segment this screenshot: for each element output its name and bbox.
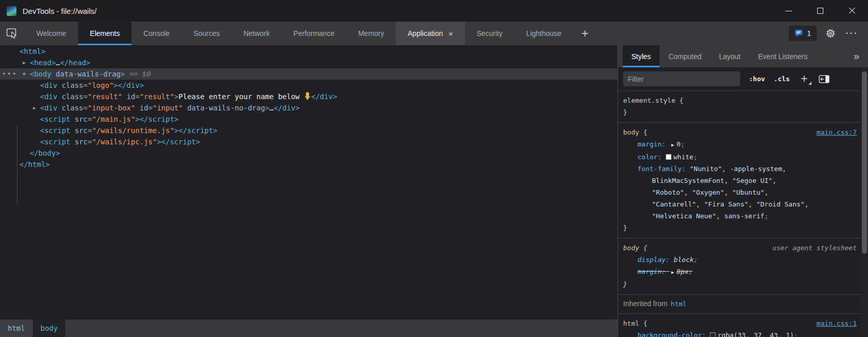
- styles-toolbar: :hov .cls +: [618, 67, 868, 91]
- rule-selector-wrap: body {: [623, 126, 647, 138]
- stylesheet-link[interactable]: main.css:7: [817, 126, 857, 138]
- css-declaration[interactable]: display: block;: [623, 254, 861, 266]
- expand-arrow-icon[interactable]: ▶: [21, 57, 27, 68]
- inherited-tag-link[interactable]: html: [670, 300, 686, 308]
- styles-scrollbar[interactable]: [861, 67, 868, 337]
- expand-arrow-icon[interactable]: ▶: [31, 102, 37, 114]
- declaration-name-wrap: font-family:: [638, 165, 690, 173]
- tab-label: Elements: [90, 29, 120, 38]
- element-classes-button[interactable]: .cls: [774, 75, 789, 83]
- sidebar-tab-styles[interactable]: Styles: [623, 45, 660, 67]
- colon: :: [662, 140, 670, 148]
- expand-shorthand-icon[interactable]: ▶: [671, 139, 674, 151]
- more-tabs-icon[interactable]: »: [845, 45, 868, 67]
- inherited-from-header: Inherited fromhtml: [618, 295, 861, 314]
- expand-arrow-icon[interactable]: ▼: [21, 68, 27, 80]
- dom-tree-row[interactable]: <script src="/wails/ipc.js"></script>: [0, 136, 618, 147]
- tab-application[interactable]: Application×: [396, 22, 465, 45]
- css-declaration[interactable]: font-family: "Nunito", -apple-system, Bl…: [623, 163, 861, 222]
- activity-badge-button[interactable]: 1: [789, 26, 817, 41]
- breadcrumb-item-body[interactable]: body: [33, 320, 66, 337]
- styles-filter-input[interactable]: [623, 71, 740, 86]
- color-swatch[interactable]: [666, 154, 671, 160]
- dom-tree-row[interactable]: <div class="logo"></div>: [0, 80, 618, 91]
- syntax-token: >: [157, 138, 161, 146]
- rule-selector[interactable]: body: [623, 128, 639, 136]
- sidebar-tab-layout[interactable]: Layout: [710, 45, 749, 67]
- syntax-token: [57, 92, 62, 101]
- toggle-element-state-button[interactable]: :hov: [749, 75, 765, 83]
- syntax-token: id: [127, 92, 136, 101]
- dom-tree-row[interactable]: •••▼<body data-wails-drag> == $0: [0, 68, 618, 80]
- settings-button[interactable]: [823, 26, 838, 41]
- sidebar-tab-label: Styles: [631, 52, 651, 61]
- tab-performance[interactable]: Performance: [282, 22, 346, 45]
- tab-memory[interactable]: Memory: [346, 22, 396, 45]
- style-rule-html: html {main.css:1background-color: rgba(3…: [618, 314, 861, 337]
- color-swatch[interactable]: [710, 332, 716, 337]
- minimize-button[interactable]: [773, 0, 804, 22]
- syntax-token: =: [148, 104, 152, 112]
- dom-tree-row[interactable]: <div class="result" id="result">Please e…: [0, 91, 618, 102]
- tab-console[interactable]: Console: [131, 22, 181, 45]
- syntax-token: <body: [30, 70, 51, 78]
- toggle-sidebar-icon[interactable]: [819, 75, 830, 83]
- breadcrumb-item-html[interactable]: html: [0, 320, 33, 337]
- new-style-rule-button[interactable]: +: [799, 73, 810, 85]
- maximize-button[interactable]: [804, 0, 836, 22]
- syntax-token: =: [88, 115, 92, 123]
- css-declaration[interactable]: background-color: rgba(33, 37, 43, 1);: [623, 329, 861, 337]
- inherited-from-label: Inherited from: [623, 299, 667, 308]
- stylesheet-link[interactable]: main.css:1: [817, 317, 857, 329]
- tab-network[interactable]: Network: [232, 22, 281, 45]
- breadcrumb: htmlbody: [0, 320, 618, 337]
- tab-welcome[interactable]: Welcome: [25, 22, 78, 45]
- dom-tree-row[interactable]: </body>: [0, 147, 618, 159]
- customize-devtools-button[interactable]: ···: [844, 26, 860, 41]
- rule-selector[interactable]: element.style: [623, 97, 676, 104]
- colon: :: [658, 153, 666, 161]
- dom-tree-row[interactable]: <script src="/main.js"></script>: [0, 114, 618, 125]
- inspect-cursor-icon: [6, 28, 18, 39]
- dom-tree-row[interactable]: ▶<head>…</head>: [0, 57, 618, 68]
- syntax-token: [122, 92, 126, 101]
- style-rule-body: body {user agent stylesheetdisplay: bloc…: [618, 238, 861, 295]
- syntax-token: data-wails-no-drag: [187, 104, 265, 112]
- property-value: 8px: [677, 268, 688, 275]
- syntax-token: <head>: [30, 59, 56, 67]
- sidebar-tab-computed[interactable]: Computed: [660, 45, 710, 67]
- scrollbar-thumb[interactable]: [862, 71, 867, 254]
- tab-elements[interactable]: Elements: [78, 22, 131, 45]
- sidebar-tab-event-listeners[interactable]: Event Listeners: [749, 45, 817, 67]
- syntax-token: class: [62, 104, 83, 112]
- syntax-token: </body>: [30, 149, 60, 157]
- tab-security[interactable]: Security: [465, 22, 515, 45]
- add-tab-button[interactable]: +: [573, 22, 597, 45]
- property-name: margin: [638, 140, 662, 148]
- dom-tree: <html>▶<head>…</head>•••▼<body data-wail…: [0, 45, 618, 320]
- semicolon: ;: [794, 331, 798, 337]
- expand-shorthand-icon[interactable]: ▶: [671, 267, 674, 278]
- css-declaration[interactable]: color: white;: [623, 151, 861, 163]
- rule-selector[interactable]: body: [623, 244, 639, 252]
- styles-pane-content: element.style {}body {main.css:7margin: …: [618, 91, 868, 337]
- row-overflow-dots[interactable]: •••: [2, 68, 17, 80]
- tab-sources[interactable]: Sources: [182, 22, 232, 45]
- dom-tree-row[interactable]: ▶<div class="input-box" id="input" data-…: [0, 102, 618, 114]
- rule-header: element.style {: [623, 95, 861, 106]
- rule-selector[interactable]: html: [623, 320, 639, 327]
- dom-tree-row[interactable]: <script src="/wails/runtime.js"></script…: [0, 125, 618, 136]
- sidebar-tab-label: Computed: [668, 52, 702, 61]
- css-declaration[interactable]: margin: ▶ 8px;: [623, 266, 861, 278]
- dom-tree-row[interactable]: <html>: [0, 46, 618, 57]
- close-button[interactable]: [836, 0, 868, 22]
- close-tab-icon[interactable]: ×: [449, 30, 453, 38]
- tab-lighthouse[interactable]: Lighthouse: [514, 22, 573, 45]
- syntax-token: "/wails/ipc.js": [92, 138, 157, 146]
- css-declaration[interactable]: margin: ▶ 0;: [623, 138, 861, 151]
- syntax-token: </div>: [274, 104, 300, 112]
- dom-tree-row[interactable]: </html>: [0, 159, 618, 170]
- syntax-token: "input": [152, 104, 183, 112]
- inspect-element-button[interactable]: [0, 22, 25, 45]
- syntax-token: "result": [88, 92, 122, 101]
